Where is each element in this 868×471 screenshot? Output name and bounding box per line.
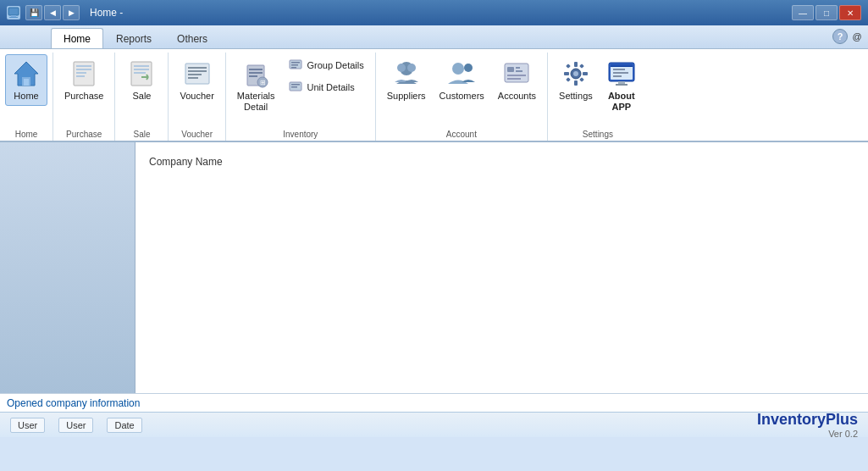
ribbon-item-voucher[interactable]: Voucher [174,54,219,106]
help-button[interactable]: ? [832,29,848,44]
ribbon-item-about[interactable]: AboutAPP [600,54,643,117]
voucher-label: Voucher [180,91,213,102]
svg-rect-60 [611,66,633,67]
home-group-items: Home [5,54,47,141]
ribbon-item-sale[interactable]: Sale [120,54,163,106]
svg-rect-43 [516,67,520,69]
svg-rect-32 [291,67,296,69]
ribbon-item-group-details[interactable]: Group Details [282,54,369,76]
status-date-label: Date [107,418,141,433]
svg-point-40 [464,64,473,72]
ribbon-group-voucher: Voucher Voucher [169,53,225,141]
materials-label: MaterialsDetail [237,91,275,113]
svg-rect-13 [134,69,149,70]
ribbon-item-settings[interactable]: Settings [553,54,599,106]
ribbon-item-customers[interactable]: Customers [434,54,490,106]
svg-rect-53 [566,64,571,69]
svg-rect-63 [613,75,622,77]
sale-group-items: Sale [120,54,163,141]
voucher-group-items: Voucher [174,54,219,141]
account-group-items: Suppliers Customers [381,54,542,141]
svg-rect-46 [507,78,521,80]
settings-icon [561,58,591,89]
maximize-button[interactable]: □ [815,5,838,20]
status-user-value: User [58,418,93,433]
user-icon[interactable]: @ [849,29,865,44]
svg-rect-54 [579,77,584,82]
svg-rect-55 [579,64,584,69]
materials-icon: ⊞ [240,58,271,89]
minimize-button[interactable]: — [792,5,814,20]
svg-rect-21 [188,74,202,75]
sale-group-label: Sale [115,130,168,139]
ribbon-item-suppliers[interactable]: Suppliers [381,54,432,106]
svg-rect-12 [134,65,149,67]
title-bar: 💾 ◀ ▶ Home - — □ ✕ [0,0,868,25]
svg-rect-34 [291,84,300,86]
svg-rect-1 [11,15,16,17]
sale-label: Sale [132,91,151,102]
status-user-label: User [10,418,45,433]
ribbon-item-accounts[interactable]: Accounts [492,54,542,106]
svg-rect-65 [616,84,628,86]
tab-home[interactable]: Home [51,28,103,48]
svg-rect-19 [188,67,207,69]
customers-label: Customers [440,91,484,102]
settings-group-label: Settings [548,130,648,139]
svg-rect-8 [76,69,91,70]
svg-rect-56 [566,77,571,82]
back-btn[interactable]: ◀ [44,5,61,20]
window-controls: — □ ✕ [792,5,861,20]
status-bar: User User Date InventoryPlus Ver 0.2 [0,412,868,437]
svg-point-37 [397,64,406,72]
ribbon-group-settings: Settings [548,53,648,141]
svg-rect-51 [564,72,569,75]
unit-details-icon [288,80,303,95]
svg-point-38 [407,64,416,72]
quick-access-toolbar: 💾 ◀ ▶ [25,5,80,20]
ribbon-tabs: Home Reports Others ? @ [0,25,868,49]
group-details-icon [288,58,303,73]
svg-rect-64 [618,81,625,84]
info-bar: Opened company information [0,393,868,412]
footer-left: User User Date [10,418,142,433]
settings-label: Settings [559,91,593,102]
tab-reports[interactable]: Reports [103,28,164,48]
ribbon-item-home[interactable]: Home [5,54,47,106]
close-button[interactable]: ✕ [839,5,861,20]
svg-rect-44 [516,70,522,72]
accounts-icon [501,58,532,89]
app-icon [7,6,20,19]
tab-others[interactable]: Others [164,28,220,48]
svg-rect-25 [249,72,263,74]
about-label: AboutAPP [608,91,635,113]
group-details-label: Group Details [307,60,363,70]
main-area: Company Name [0,142,868,393]
svg-rect-49 [574,62,578,67]
accounts-label: Accounts [498,91,536,102]
svg-rect-22 [188,77,198,79]
inventory-small-stack: Group Details Unit Details [282,54,369,112]
ribbon-item-materials[interactable]: ⊞ MaterialsDetail [231,54,281,117]
svg-rect-59 [611,64,633,66]
sidebar [0,142,135,393]
save-quick-btn[interactable]: 💾 [25,5,42,20]
ribbon-group-sale: Sale Sale [115,53,169,141]
customers-icon [446,58,477,89]
purchase-icon [69,58,99,89]
window-title: Home - [90,7,123,19]
ribbon-item-purchase[interactable]: Purchase [58,54,109,106]
suppliers-label: Suppliers [387,91,426,102]
ribbon-content: Home Home Purchase Purchase [0,49,868,142]
home-label: Home [14,91,38,102]
account-group-label: Account [376,130,547,139]
svg-point-39 [452,63,464,75]
ribbon-item-unit-details[interactable]: Unit Details [282,76,369,98]
svg-rect-45 [507,75,526,76]
svg-rect-26 [249,75,257,77]
forward-btn[interactable]: ▶ [63,5,80,20]
svg-rect-9 [76,72,86,74]
content-area: Company Name [135,142,868,393]
svg-rect-20 [188,70,207,72]
svg-rect-61 [613,69,625,70]
